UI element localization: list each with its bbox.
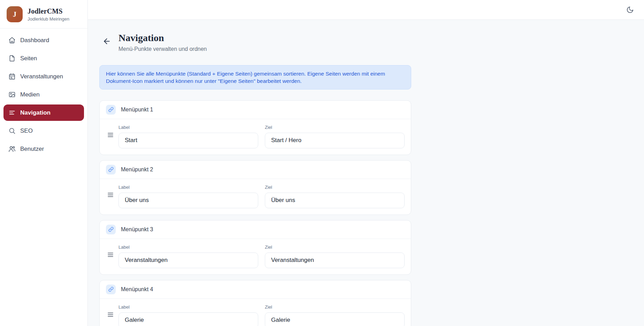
drag-handle-icon[interactable] — [107, 252, 114, 258]
link-icon — [106, 165, 116, 174]
card-body: Label Ziel — [100, 119, 411, 155]
sidebar-item-label: SEO — [20, 127, 33, 134]
users-icon — [8, 145, 16, 153]
label-caption: Label — [118, 125, 258, 130]
sidebar-item-label: Seiten — [20, 55, 37, 62]
home-icon — [8, 37, 16, 44]
menu-item-card-2: Menüpunkt 2 Label Ziel — [99, 160, 411, 215]
theme-toggle-button[interactable] — [625, 5, 635, 15]
label-field: Label — [118, 125, 258, 148]
label-input[interactable] — [118, 133, 258, 148]
label-field: Label — [118, 304, 258, 326]
menu-item-title: Menüpunkt 3 — [121, 226, 153, 233]
brand-subtitle: Jodlerklub Meiringen — [28, 16, 69, 22]
target-input[interactable] — [265, 133, 405, 148]
fields: Label Ziel — [118, 125, 405, 148]
sidebar-item-seiten[interactable]: Seiten — [3, 50, 84, 67]
drag-handle-icon[interactable] — [107, 192, 114, 199]
card-header: Menüpunkt 3 — [100, 220, 411, 239]
label-caption: Label — [118, 185, 258, 190]
page-titles: Navigation Menü-Punkte verwalten und ord… — [118, 33, 207, 52]
card-header: Menüpunkt 1 — [100, 101, 411, 119]
sidebar-item-seo[interactable]: SEO — [3, 123, 84, 139]
card-body: Label Ziel — [100, 239, 411, 274]
card-header: Menüpunkt 4 — [100, 280, 411, 299]
topbar — [88, 0, 644, 20]
target-caption: Ziel — [265, 125, 405, 130]
sidebar-item-medien[interactable]: Medien — [3, 86, 84, 103]
sidebar-item-label: Benutzer — [20, 146, 44, 153]
target-field: Ziel — [265, 244, 405, 268]
label-caption: Label — [118, 304, 258, 310]
drag-handle-icon[interactable] — [107, 312, 114, 318]
menu-item-card-3: Menüpunkt 3 Label Ziel — [99, 220, 411, 275]
arrow-left-icon — [102, 37, 111, 46]
menu-item-title: Menüpunkt 1 — [121, 107, 153, 113]
fields: Label Ziel — [118, 185, 405, 208]
target-field: Ziel — [265, 125, 405, 148]
target-input[interactable] — [265, 193, 405, 208]
sidebar-nav: Dashboard Seiten Veranstaltungen Medien — [0, 29, 87, 161]
page-title: Navigation — [118, 33, 207, 44]
menu-item-card-1: Menüpunkt 1 Label Ziel — [99, 100, 411, 155]
menu-item-title: Menüpunkt 2 — [121, 166, 153, 173]
sidebar-item-dashboard[interactable]: Dashboard — [3, 32, 84, 48]
calendar-icon — [8, 73, 16, 80]
app-root: J JodlerCMS Jodlerklub Meiringen Dashboa… — [0, 0, 644, 326]
sidebar-item-label: Veranstaltungen — [20, 73, 63, 80]
page-subtitle: Menü-Punkte verwalten und ordnen — [118, 46, 207, 52]
info-banner: Hier können Sie alle Menüpunkte (Standar… — [99, 65, 411, 90]
target-field: Ziel — [265, 185, 405, 208]
sidebar-item-veranstaltungen[interactable]: Veranstaltungen — [3, 68, 84, 85]
sidebar-item-label: Dashboard — [20, 37, 49, 44]
link-icon — [106, 285, 116, 294]
label-input[interactable] — [118, 253, 258, 268]
target-input[interactable] — [265, 253, 405, 268]
brand-logo: J — [7, 6, 23, 22]
target-caption: Ziel — [265, 185, 405, 190]
card-body: Label Ziel — [100, 299, 411, 326]
search-icon — [8, 127, 16, 134]
target-field: Ziel — [265, 304, 405, 326]
label-input[interactable] — [118, 312, 258, 326]
label-field: Label — [118, 244, 258, 268]
card-header: Menüpunkt 2 — [100, 161, 411, 179]
sidebar-item-label: Medien — [20, 91, 40, 98]
page-content: Navigation Menü-Punkte verwalten und ord… — [88, 20, 644, 326]
sidebar: J JodlerCMS Jodlerklub Meiringen Dashboa… — [0, 0, 88, 326]
menu-item-card-4: Menüpunkt 4 Label Ziel — [99, 280, 411, 326]
target-input[interactable] — [265, 312, 405, 326]
image-icon — [8, 91, 16, 98]
brand-name: JodlerCMS — [28, 7, 69, 15]
target-caption: Ziel — [265, 244, 405, 250]
drag-handle-icon[interactable] — [107, 132, 114, 139]
label-caption: Label — [118, 244, 258, 250]
back-button[interactable] — [102, 37, 111, 46]
brand-text: JodlerCMS Jodlerklub Meiringen — [28, 7, 69, 22]
menu-lines-icon — [8, 109, 16, 116]
menu-item-title: Menüpunkt 4 — [121, 286, 153, 293]
link-icon — [106, 225, 116, 234]
sidebar-item-navigation[interactable]: Navigation — [3, 104, 84, 121]
file-icon — [8, 55, 16, 62]
label-field: Label — [118, 185, 258, 208]
page-header: Navigation Menü-Punkte verwalten und ord… — [99, 33, 644, 52]
fields: Label Ziel — [118, 304, 405, 326]
sidebar-item-label: Navigation — [20, 109, 51, 116]
brand: J JodlerCMS Jodlerklub Meiringen — [0, 0, 87, 29]
target-caption: Ziel — [265, 304, 405, 310]
moon-icon — [626, 6, 634, 14]
label-input[interactable] — [118, 193, 258, 208]
main-area: Navigation Menü-Punkte verwalten und ord… — [88, 0, 644, 326]
fields: Label Ziel — [118, 244, 405, 268]
sidebar-item-benutzer[interactable]: Benutzer — [3, 141, 84, 157]
link-icon — [106, 105, 116, 115]
card-body: Label Ziel — [100, 179, 411, 215]
